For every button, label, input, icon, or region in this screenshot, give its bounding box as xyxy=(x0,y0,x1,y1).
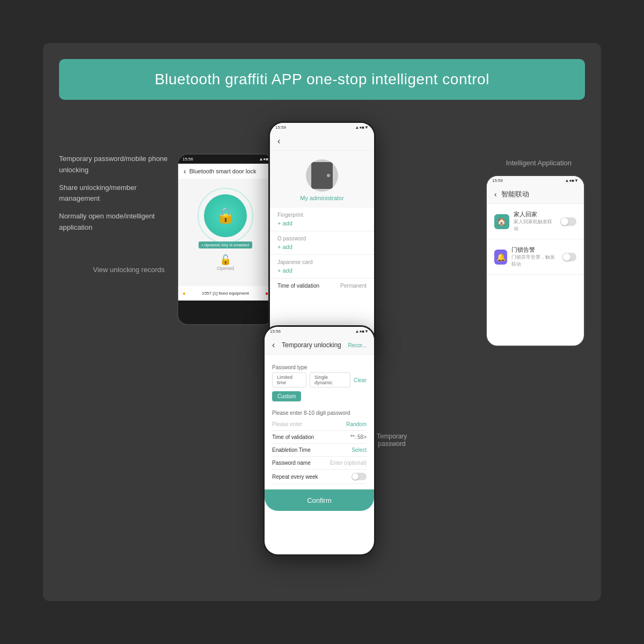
lock-icon: 🔒 xyxy=(216,207,235,224)
phone-left-time: 15:56 xyxy=(182,157,193,162)
add-card-btn[interactable]: + add xyxy=(277,267,367,274)
door-item-main: 门锁告警 xyxy=(511,246,558,254)
enter-password-label: Please enter 8-10 digit password xyxy=(272,410,367,416)
opened-label: Opened xyxy=(217,266,234,271)
select-label[interactable]: Select xyxy=(352,447,367,453)
time-value: **: 58> xyxy=(350,434,367,440)
view-records-label: View unlocking records xyxy=(80,266,177,274)
home-item-sub: 家人回家机触发联动 xyxy=(514,218,557,232)
admin-label: My administrator xyxy=(300,195,343,201)
phone-left: 15:56 ▲●■ ‹ Bluetooth smart door lock 🔒 … xyxy=(177,153,274,325)
repeat-week-label: Repeat every week xyxy=(272,474,318,480)
teal-circle: 🔒 xyxy=(204,194,247,237)
device-id: 1557 [1] fixed equipment xyxy=(202,291,249,296)
password-name-label: Password name xyxy=(272,460,311,466)
permanent-label: Permanent xyxy=(340,283,367,289)
password-name-row: Password name Enter (optional) xyxy=(272,457,367,470)
smart-item-home: 🏠 家人回家 家人回家机触发联动 xyxy=(487,204,584,239)
phone-center-icons: ▲●■▼ xyxy=(355,125,369,130)
phone-left-status-bar: 15:56 ▲●■ xyxy=(178,155,273,164)
home-icon: 🏠 xyxy=(494,214,509,229)
add-fingerprint-btn[interactable]: + add xyxy=(277,220,367,226)
phone-left-icons: ▲●■ xyxy=(259,157,268,162)
phone-temp-time: 15:56 xyxy=(270,329,281,334)
feature-item-2: Share unlocking/member management xyxy=(59,182,177,205)
fingerprint-label: Fingerprint xyxy=(277,212,367,218)
right-title: 智能联动 xyxy=(501,189,529,199)
enter-optional-label: Enter (optional) xyxy=(330,460,367,466)
phone-temp-header: ‹ Temporary unlocking Recor... xyxy=(265,336,374,355)
type-row: Limited time Single dynamic Clear xyxy=(272,372,367,387)
password-label: O password xyxy=(277,236,367,241)
password-input-row: Please enter Random xyxy=(272,418,367,431)
header-banner: Bluetooth graffiti APP one-stop intellig… xyxy=(59,59,585,100)
password-placeholder: Please enter xyxy=(272,421,302,427)
unlock-icon[interactable]: 🔓 xyxy=(219,254,231,266)
add-password-btn[interactable]: + add xyxy=(277,244,367,250)
temp-title: Temporary unlocking xyxy=(282,341,341,349)
single-dynamic-chip[interactable]: Single dynamic xyxy=(310,372,350,387)
repeat-week-row: Repeat every week xyxy=(272,470,367,484)
home-toggle[interactable] xyxy=(560,217,576,226)
smart-item-door-text: 门锁告警 门锁异常告警，触发联动 xyxy=(511,246,558,268)
right-back-icon[interactable]: ‹ xyxy=(494,190,497,199)
feature-item-3: Normally open mode/intelligent applicati… xyxy=(59,211,177,233)
time-validation-label: Time of validation xyxy=(277,283,319,289)
temp-content: Password type Limited time Single dynami… xyxy=(265,355,374,489)
feature-item-1: Temporary password/mobile phone unlockin… xyxy=(59,153,177,176)
page-title: Bluetooth graffiti APP one-stop intellig… xyxy=(80,71,564,88)
time-validation-row: Time of validation **: 58> xyxy=(272,431,367,444)
enabletion-time-label: Enabletion Time xyxy=(272,447,311,453)
phones-area: Intelligent Application Temporary passwo… xyxy=(177,121,585,583)
phone-temp-status-bar: 15:56 ▲●■▼ xyxy=(265,327,374,336)
avatar xyxy=(306,159,338,192)
smart-item-door: 🔔 门锁告警 门锁异常告警，触发联动 xyxy=(487,239,584,275)
fingerprint-section: Fingerprint + add xyxy=(270,208,374,231)
temp-back-icon[interactable]: ‹ xyxy=(272,340,275,350)
phone-temp: 15:56 ▲●■▼ ‹ Temporary unlocking Recor..… xyxy=(263,325,376,556)
phone-left-bottom: ● 1557 [1] fixed equipment ● xyxy=(178,286,273,301)
phone-center-time: 15:59 xyxy=(275,125,286,130)
lock-screen: 🔒 • dynamic key is enabled 🔓 Opened xyxy=(178,179,273,286)
feature-list: Temporary password/mobile phone unlockin… xyxy=(59,153,177,233)
door-toggle[interactable] xyxy=(562,253,576,261)
main-container: Bluetooth graffiti APP one-stop intellig… xyxy=(43,43,601,601)
phone-temp-icons: ▲●■▼ xyxy=(355,329,369,334)
confirm-button[interactable]: Confirm xyxy=(265,489,374,511)
avatar-section: My administrator xyxy=(270,151,374,208)
enabletion-time-row: Enabletion Time Select xyxy=(272,444,367,457)
back-arrow-icon[interactable]: ‹ xyxy=(184,167,186,175)
phone-center: 15:59 ▲●■▼ ‹ My administrator Fingerprin… xyxy=(268,121,376,352)
card-section: Japanese card + add xyxy=(270,255,374,279)
phone-right-icons: ▲●■▼ xyxy=(565,178,579,183)
time-validation-row-label: Time of validation xyxy=(272,434,314,440)
temp-record-link[interactable]: Recor... xyxy=(348,342,367,348)
phone-right: 15:59 ▲●■▼ ‹ 智能联动 🏠 家人回家 家人回家机触发联动 🔔 xyxy=(486,175,585,347)
phone-right-time: 15:59 xyxy=(492,178,503,183)
smart-item-home-text: 家人回家 家人回家机触发联动 xyxy=(514,210,557,232)
phone-center-header: ‹ xyxy=(270,132,374,151)
clear-button[interactable]: Clear xyxy=(354,377,367,383)
orange-dot-icon: ● xyxy=(182,290,186,296)
password-type-label: Password type xyxy=(272,364,367,370)
temp-password-label: Temporary password xyxy=(370,433,413,448)
phone-right-header: ‹ 智能联动 xyxy=(487,185,584,204)
home-item-main: 家人回家 xyxy=(514,210,557,218)
door-item-sub: 门锁异常告警，触发联动 xyxy=(511,254,558,268)
device-info: ● 1557 [1] fixed equipment ● xyxy=(182,290,268,296)
custom-btn[interactable]: Custom xyxy=(272,391,301,401)
intelligent-application-label: Intelligent Application xyxy=(506,159,572,167)
time-section: Time of validation Permanent xyxy=(270,279,374,293)
limited-time-chip[interactable]: Limited time xyxy=(272,372,306,387)
repeat-week-toggle[interactable] xyxy=(352,473,367,480)
random-button[interactable]: Random xyxy=(346,421,367,427)
phone-center-status-bar: 15:59 ▲●■▼ xyxy=(270,123,374,132)
left-panel: Temporary password/mobile phone unlockin… xyxy=(59,121,177,583)
content-area: Temporary password/mobile phone unlockin… xyxy=(59,121,585,583)
center-back-icon[interactable]: ‹ xyxy=(277,136,280,146)
avatar-door-icon xyxy=(311,162,333,189)
password-section: O password + add xyxy=(270,231,374,255)
door-alarm-icon: 🔔 xyxy=(494,250,507,265)
phone-left-header: ‹ Bluetooth smart door lock xyxy=(178,164,273,179)
phone-left-title: Bluetooth smart door lock xyxy=(189,168,257,174)
